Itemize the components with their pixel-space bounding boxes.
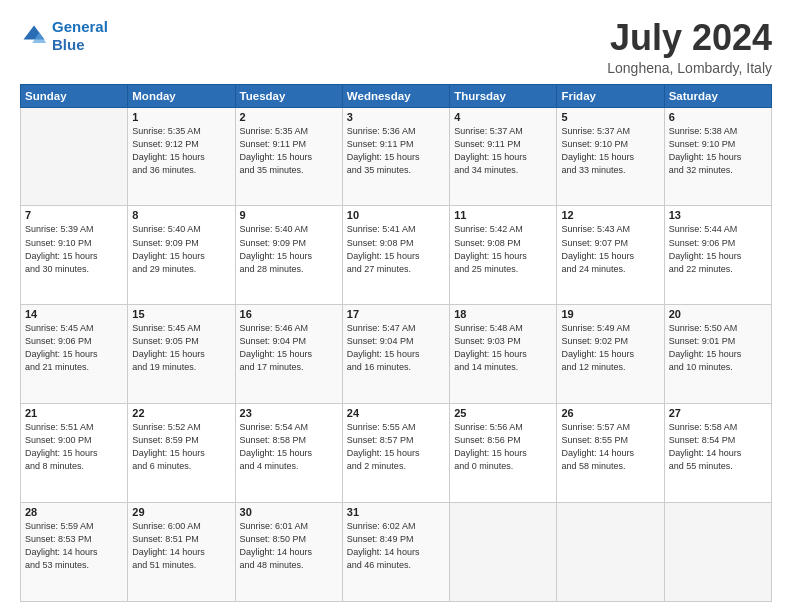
cell-info: Sunrise: 5:35 AM Sunset: 9:12 PM Dayligh…	[132, 125, 230, 177]
calendar-cell: 23Sunrise: 5:54 AM Sunset: 8:58 PM Dayli…	[235, 404, 342, 503]
day-number: 12	[561, 209, 659, 221]
calendar-cell: 2Sunrise: 5:35 AM Sunset: 9:11 PM Daylig…	[235, 107, 342, 206]
calendar-cell: 8Sunrise: 5:40 AM Sunset: 9:09 PM Daylig…	[128, 206, 235, 305]
calendar-cell: 3Sunrise: 5:36 AM Sunset: 9:11 PM Daylig…	[342, 107, 449, 206]
cell-info: Sunrise: 5:50 AM Sunset: 9:01 PM Dayligh…	[669, 322, 767, 374]
cell-info: Sunrise: 5:47 AM Sunset: 9:04 PM Dayligh…	[347, 322, 445, 374]
calendar-cell: 29Sunrise: 6:00 AM Sunset: 8:51 PM Dayli…	[128, 503, 235, 602]
day-number: 30	[240, 506, 338, 518]
calendar-week-row: 7Sunrise: 5:39 AM Sunset: 9:10 PM Daylig…	[21, 206, 772, 305]
logo-line2: Blue	[52, 36, 85, 53]
logo: General Blue	[20, 18, 108, 54]
cell-info: Sunrise: 5:45 AM Sunset: 9:06 PM Dayligh…	[25, 322, 123, 374]
logo-icon	[20, 22, 48, 50]
cell-info: Sunrise: 5:35 AM Sunset: 9:11 PM Dayligh…	[240, 125, 338, 177]
calendar-cell: 5Sunrise: 5:37 AM Sunset: 9:10 PM Daylig…	[557, 107, 664, 206]
calendar-cell: 25Sunrise: 5:56 AM Sunset: 8:56 PM Dayli…	[450, 404, 557, 503]
calendar-cell: 30Sunrise: 6:01 AM Sunset: 8:50 PM Dayli…	[235, 503, 342, 602]
calendar-week-row: 14Sunrise: 5:45 AM Sunset: 9:06 PM Dayli…	[21, 305, 772, 404]
calendar-cell: 31Sunrise: 6:02 AM Sunset: 8:49 PM Dayli…	[342, 503, 449, 602]
day-number: 25	[454, 407, 552, 419]
calendar-cell: 28Sunrise: 5:59 AM Sunset: 8:53 PM Dayli…	[21, 503, 128, 602]
day-number: 26	[561, 407, 659, 419]
day-number: 21	[25, 407, 123, 419]
calendar-week-row: 1Sunrise: 5:35 AM Sunset: 9:12 PM Daylig…	[21, 107, 772, 206]
calendar-cell: 21Sunrise: 5:51 AM Sunset: 9:00 PM Dayli…	[21, 404, 128, 503]
weekday-header: Monday	[128, 84, 235, 107]
cell-info: Sunrise: 5:49 AM Sunset: 9:02 PM Dayligh…	[561, 322, 659, 374]
calendar-cell: 13Sunrise: 5:44 AM Sunset: 9:06 PM Dayli…	[664, 206, 771, 305]
calendar-cell: 26Sunrise: 5:57 AM Sunset: 8:55 PM Dayli…	[557, 404, 664, 503]
header: General Blue July 2024 Longhena, Lombard…	[20, 18, 772, 76]
day-number: 2	[240, 111, 338, 123]
day-number: 3	[347, 111, 445, 123]
cell-info: Sunrise: 5:38 AM Sunset: 9:10 PM Dayligh…	[669, 125, 767, 177]
calendar-cell: 19Sunrise: 5:49 AM Sunset: 9:02 PM Dayli…	[557, 305, 664, 404]
day-number: 9	[240, 209, 338, 221]
calendar-week-row: 28Sunrise: 5:59 AM Sunset: 8:53 PM Dayli…	[21, 503, 772, 602]
day-number: 11	[454, 209, 552, 221]
calendar-cell: 7Sunrise: 5:39 AM Sunset: 9:10 PM Daylig…	[21, 206, 128, 305]
calendar-cell	[21, 107, 128, 206]
calendar-cell: 20Sunrise: 5:50 AM Sunset: 9:01 PM Dayli…	[664, 305, 771, 404]
logo-line1: General	[52, 18, 108, 35]
cell-info: Sunrise: 6:02 AM Sunset: 8:49 PM Dayligh…	[347, 520, 445, 572]
calendar-cell: 17Sunrise: 5:47 AM Sunset: 9:04 PM Dayli…	[342, 305, 449, 404]
cell-info: Sunrise: 5:48 AM Sunset: 9:03 PM Dayligh…	[454, 322, 552, 374]
weekday-header: Tuesday	[235, 84, 342, 107]
calendar-cell	[664, 503, 771, 602]
day-number: 17	[347, 308, 445, 320]
day-number: 22	[132, 407, 230, 419]
cell-info: Sunrise: 5:37 AM Sunset: 9:10 PM Dayligh…	[561, 125, 659, 177]
day-number: 19	[561, 308, 659, 320]
cell-info: Sunrise: 5:41 AM Sunset: 9:08 PM Dayligh…	[347, 223, 445, 275]
calendar-header-row: SundayMondayTuesdayWednesdayThursdayFrid…	[21, 84, 772, 107]
day-number: 24	[347, 407, 445, 419]
logo-text: General Blue	[52, 18, 108, 54]
cell-info: Sunrise: 5:56 AM Sunset: 8:56 PM Dayligh…	[454, 421, 552, 473]
page: General Blue July 2024 Longhena, Lombard…	[0, 0, 792, 612]
weekday-header: Friday	[557, 84, 664, 107]
cell-info: Sunrise: 5:40 AM Sunset: 9:09 PM Dayligh…	[240, 223, 338, 275]
calendar-cell: 24Sunrise: 5:55 AM Sunset: 8:57 PM Dayli…	[342, 404, 449, 503]
calendar-cell: 12Sunrise: 5:43 AM Sunset: 9:07 PM Dayli…	[557, 206, 664, 305]
cell-info: Sunrise: 6:00 AM Sunset: 8:51 PM Dayligh…	[132, 520, 230, 572]
day-number: 5	[561, 111, 659, 123]
calendar: SundayMondayTuesdayWednesdayThursdayFrid…	[20, 84, 772, 602]
calendar-cell: 9Sunrise: 5:40 AM Sunset: 9:09 PM Daylig…	[235, 206, 342, 305]
location-title: Longhena, Lombardy, Italy	[607, 60, 772, 76]
cell-info: Sunrise: 5:37 AM Sunset: 9:11 PM Dayligh…	[454, 125, 552, 177]
day-number: 1	[132, 111, 230, 123]
calendar-cell: 16Sunrise: 5:46 AM Sunset: 9:04 PM Dayli…	[235, 305, 342, 404]
calendar-cell: 14Sunrise: 5:45 AM Sunset: 9:06 PM Dayli…	[21, 305, 128, 404]
cell-info: Sunrise: 5:42 AM Sunset: 9:08 PM Dayligh…	[454, 223, 552, 275]
day-number: 20	[669, 308, 767, 320]
day-number: 14	[25, 308, 123, 320]
cell-info: Sunrise: 5:54 AM Sunset: 8:58 PM Dayligh…	[240, 421, 338, 473]
calendar-cell	[557, 503, 664, 602]
day-number: 31	[347, 506, 445, 518]
day-number: 27	[669, 407, 767, 419]
calendar-cell: 10Sunrise: 5:41 AM Sunset: 9:08 PM Dayli…	[342, 206, 449, 305]
day-number: 8	[132, 209, 230, 221]
title-block: July 2024 Longhena, Lombardy, Italy	[607, 18, 772, 76]
cell-info: Sunrise: 5:44 AM Sunset: 9:06 PM Dayligh…	[669, 223, 767, 275]
day-number: 18	[454, 308, 552, 320]
day-number: 10	[347, 209, 445, 221]
calendar-cell: 15Sunrise: 5:45 AM Sunset: 9:05 PM Dayli…	[128, 305, 235, 404]
month-title: July 2024	[607, 18, 772, 58]
day-number: 29	[132, 506, 230, 518]
cell-info: Sunrise: 5:39 AM Sunset: 9:10 PM Dayligh…	[25, 223, 123, 275]
cell-info: Sunrise: 5:55 AM Sunset: 8:57 PM Dayligh…	[347, 421, 445, 473]
cell-info: Sunrise: 5:58 AM Sunset: 8:54 PM Dayligh…	[669, 421, 767, 473]
calendar-cell: 4Sunrise: 5:37 AM Sunset: 9:11 PM Daylig…	[450, 107, 557, 206]
cell-info: Sunrise: 5:36 AM Sunset: 9:11 PM Dayligh…	[347, 125, 445, 177]
day-number: 7	[25, 209, 123, 221]
cell-info: Sunrise: 5:59 AM Sunset: 8:53 PM Dayligh…	[25, 520, 123, 572]
calendar-cell: 1Sunrise: 5:35 AM Sunset: 9:12 PM Daylig…	[128, 107, 235, 206]
cell-info: Sunrise: 5:46 AM Sunset: 9:04 PM Dayligh…	[240, 322, 338, 374]
calendar-cell	[450, 503, 557, 602]
weekday-header: Thursday	[450, 84, 557, 107]
cell-info: Sunrise: 5:43 AM Sunset: 9:07 PM Dayligh…	[561, 223, 659, 275]
cell-info: Sunrise: 5:51 AM Sunset: 9:00 PM Dayligh…	[25, 421, 123, 473]
